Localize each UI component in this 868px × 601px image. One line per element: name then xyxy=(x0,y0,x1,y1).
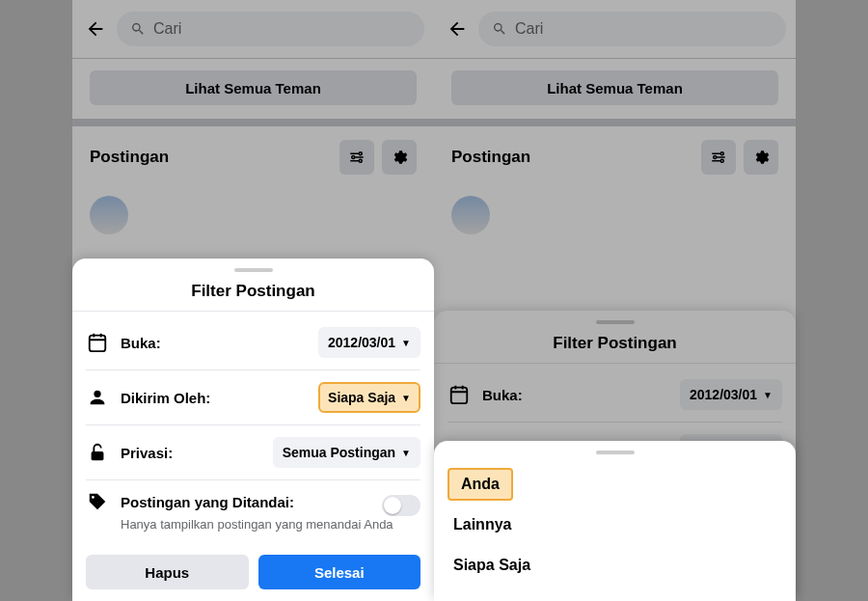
chevron-down-icon: ▼ xyxy=(401,393,411,403)
filter-button[interactable] xyxy=(701,140,736,175)
search-icon xyxy=(492,21,507,37)
clear-button[interactable]: Hapus xyxy=(86,555,249,589)
drag-handle[interactable] xyxy=(234,268,273,272)
settings-button[interactable] xyxy=(382,140,417,175)
unlock-icon xyxy=(86,441,109,464)
view-all-friends-button[interactable]: Lihat Semua Teman xyxy=(90,70,417,105)
drag-handle[interactable] xyxy=(596,451,635,454)
open-select[interactable]: 2012/03/01 ▼ xyxy=(318,327,420,358)
posts-title: Postingan xyxy=(451,148,693,167)
back-button[interactable] xyxy=(444,15,471,42)
open-label: Buka: xyxy=(482,387,668,403)
option-others[interactable]: Lainnya xyxy=(448,505,782,545)
tagged-subtitle: Hanya tampilkan postingan yang menandai … xyxy=(121,517,420,532)
svg-point-2 xyxy=(92,496,95,499)
gear-icon xyxy=(752,149,770,166)
person-icon xyxy=(86,386,109,409)
chevron-down-icon: ▼ xyxy=(401,338,411,348)
tag-icon xyxy=(86,490,109,513)
search-icon xyxy=(130,21,146,37)
toggle-knob xyxy=(384,497,401,514)
search-input[interactable]: Cari xyxy=(117,12,424,46)
privacy-select[interactable]: Semua Postingan ▼ xyxy=(273,437,420,468)
option-anyone[interactable]: Siapa Saja xyxy=(448,545,782,586)
posted-by-options-sheet: Anda Lainnya Siapa Saja xyxy=(434,441,796,601)
row-tagged: Postingan yang Ditandai: Hanya tampilkan… xyxy=(86,479,420,541)
search-placeholder: Cari xyxy=(515,20,543,38)
gear-icon xyxy=(391,149,408,166)
sliders-icon xyxy=(710,149,727,166)
screen-right: Cari Lihat Semua Teman Postingan Filter … xyxy=(434,0,796,601)
section-separator xyxy=(72,119,434,126)
privacy-label: Privasi: xyxy=(121,445,261,461)
settings-button[interactable] xyxy=(744,140,778,175)
sheet-buttons: Hapus Selesai xyxy=(86,555,420,589)
sheet-separator xyxy=(434,363,796,364)
search-placeholder: Cari xyxy=(153,20,181,38)
option-you[interactable]: Anda xyxy=(448,468,513,501)
row-open: Buka: 2012/03/01 ▼ xyxy=(448,368,782,422)
avatar xyxy=(90,196,128,234)
done-button[interactable]: Selesai xyxy=(258,555,421,589)
posts-header: Postingan xyxy=(72,126,434,188)
arrow-left-icon xyxy=(447,18,468,40)
svg-rect-0 xyxy=(90,336,106,352)
chevron-down-icon: ▼ xyxy=(763,390,773,400)
chevron-down-icon: ▼ xyxy=(401,448,411,458)
arrow-left-icon xyxy=(85,18,106,40)
tagged-label: Postingan yang Ditandai: xyxy=(121,494,294,510)
drag-handle[interactable] xyxy=(596,320,635,324)
view-all-friends-button[interactable]: Lihat Semua Teman xyxy=(451,70,778,105)
back-button[interactable] xyxy=(82,15,109,42)
search-input[interactable]: Cari xyxy=(478,12,786,46)
sliders-icon xyxy=(348,149,366,166)
topbar: Cari xyxy=(434,0,796,58)
svg-rect-3 xyxy=(451,388,468,404)
posted-by-select[interactable]: Siapa Saja ▼ xyxy=(318,382,420,413)
posts-title: Postingan xyxy=(90,148,332,167)
sheet-title: Filter Postingan xyxy=(86,282,420,301)
calendar-icon xyxy=(448,383,471,406)
open-label: Buka: xyxy=(121,335,307,351)
open-select[interactable]: 2012/03/01 ▼ xyxy=(680,379,782,410)
tagged-toggle[interactable] xyxy=(382,495,420,516)
posted-by-label: Dikirim Oleh: xyxy=(121,390,307,406)
divider xyxy=(434,58,796,59)
row-privacy: Privasi: Semua Postingan ▼ xyxy=(86,424,420,479)
calendar-icon xyxy=(86,331,109,354)
avatar xyxy=(451,196,490,234)
sheet-separator xyxy=(72,311,434,312)
posts-header: Postingan xyxy=(434,126,796,188)
divider xyxy=(72,58,434,59)
filter-button[interactable] xyxy=(339,140,374,175)
screen-left: Cari Lihat Semua Teman Postingan Filter … xyxy=(72,0,434,601)
section-separator xyxy=(434,119,796,126)
sheet-title: Filter Postingan xyxy=(448,334,782,353)
topbar: Cari xyxy=(72,0,434,58)
svg-rect-1 xyxy=(92,451,104,460)
row-open: Buka: 2012/03/01 ▼ xyxy=(86,315,420,369)
row-posted-by: Dikirim Oleh: Siapa Saja ▼ xyxy=(86,369,420,424)
filter-sheet: Filter Postingan Buka: 2012/03/01 ▼ Diki… xyxy=(72,259,434,601)
